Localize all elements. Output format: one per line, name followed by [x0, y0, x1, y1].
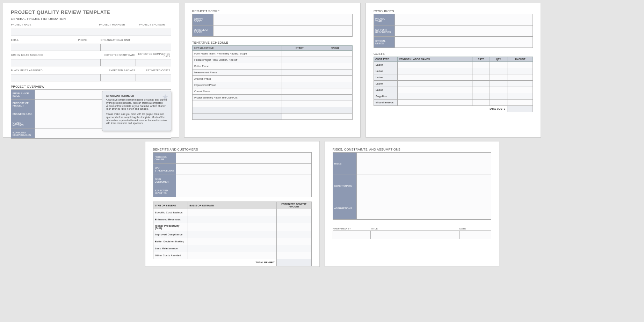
res-val-0[interactable]: [395, 14, 533, 25]
input-black-belts[interactable]: [11, 74, 101, 81]
ben-val-0[interactable]: [176, 153, 311, 164]
sched-finish-2[interactable]: [317, 63, 353, 69]
cost-vendor-1[interactable]: [398, 68, 472, 74]
input-project-sponsor[interactable]: [139, 29, 171, 36]
res-val-1[interactable]: [395, 25, 533, 37]
cost-total-val[interactable]: [507, 106, 533, 112]
ben-val-2[interactable]: [176, 175, 311, 186]
input-phone[interactable]: [78, 44, 101, 51]
sched-start-5[interactable]: [282, 82, 317, 88]
sched-finish-8[interactable]: [317, 101, 353, 107]
cost-rate-6[interactable]: [472, 100, 490, 106]
bg-amt-2[interactable]: [276, 223, 311, 231]
bg-amt-3[interactable]: [276, 231, 311, 238]
bg-basis-0[interactable]: [188, 209, 277, 216]
cost-amt-3[interactable]: [507, 81, 533, 87]
sched-row-10[interactable]: [193, 114, 282, 120]
input-title[interactable]: [371, 231, 460, 239]
sched-finish-6[interactable]: [317, 88, 353, 95]
bg-basis-6[interactable]: [188, 252, 277, 259]
sched-finish-5[interactable]: [317, 82, 353, 88]
bg-basis-1[interactable]: [188, 216, 277, 223]
input-green-belts[interactable]: [11, 59, 101, 66]
cost-amt-2[interactable]: [507, 74, 533, 81]
sched-finish-3[interactable]: [317, 69, 353, 76]
rca-val-1[interactable]: [356, 175, 491, 197]
scope-kv: WITHIN SCOPE OUTSIDE OF SCOPE: [192, 14, 353, 37]
input-org-unit[interactable]: [101, 44, 171, 51]
sched-start-7[interactable]: [282, 95, 317, 101]
cost-rate-5[interactable]: [472, 93, 490, 100]
input-date[interactable]: [459, 231, 491, 239]
cost-qty-5[interactable]: [490, 93, 507, 100]
cost-vendor-2[interactable]: [398, 74, 472, 81]
bg-basis-3[interactable]: [188, 231, 277, 238]
bg-amt-0[interactable]: [276, 209, 311, 216]
cost-qty-3[interactable]: [490, 81, 507, 87]
sched-start-4[interactable]: [282, 76, 317, 82]
sched-start-10[interactable]: [282, 114, 317, 120]
sched-finish-9[interactable]: [317, 107, 353, 114]
ben-val-3[interactable]: [176, 186, 311, 197]
bg-basis-4[interactable]: [188, 238, 277, 245]
sched-finish-1[interactable]: [317, 57, 353, 63]
sched-finish-0[interactable]: [317, 51, 353, 57]
cost-type-0: Labor: [374, 62, 398, 68]
sched-start-3[interactable]: [282, 69, 317, 76]
bg-amt-5[interactable]: [276, 245, 311, 252]
cost-amt-1[interactable]: [507, 68, 533, 74]
scope-val-0[interactable]: [214, 14, 353, 25]
input-est-costs[interactable]: [136, 74, 171, 81]
cost-vendor-6[interactable]: [398, 100, 472, 106]
cost-rate-2[interactable]: [472, 74, 490, 81]
cost-amt-5[interactable]: [507, 93, 533, 100]
sched-start-2[interactable]: [282, 63, 317, 69]
sched-row-9[interactable]: [193, 107, 282, 114]
sched-finish-4[interactable]: [317, 76, 353, 82]
cost-qty-0[interactable]: [490, 62, 507, 68]
cost-rate-1[interactable]: [472, 68, 490, 74]
bg-basis-5[interactable]: [188, 245, 277, 252]
sched-start-9[interactable]: [282, 107, 317, 114]
cost-amt-4[interactable]: [507, 87, 533, 93]
cost-amt-0[interactable]: [507, 62, 533, 68]
sched-finish-10[interactable]: [317, 114, 353, 120]
input-exp-completion[interactable]: [136, 59, 171, 66]
res-val-2[interactable]: [395, 37, 533, 48]
sched-start-6[interactable]: [282, 88, 317, 95]
overview-lbl-3: GOALS / METRICS: [11, 119, 35, 129]
sched-start-0[interactable]: [282, 51, 317, 57]
input-project-name[interactable]: [11, 29, 99, 36]
input-prepared-by[interactable]: [333, 231, 371, 239]
cost-rate-3[interactable]: [472, 81, 490, 87]
sched-start-8[interactable]: [282, 101, 317, 107]
cost-rate-4[interactable]: [472, 87, 490, 93]
scope-val-1[interactable]: [214, 25, 353, 37]
lbl-prepared-by: PREPARED BY: [333, 227, 351, 230]
cost-qty-4[interactable]: [490, 87, 507, 93]
cost-amt-6[interactable]: [507, 100, 533, 106]
input-project-manager[interactable]: [99, 29, 139, 36]
cost-vendor-0[interactable]: [398, 62, 472, 68]
input-email[interactable]: [11, 44, 78, 51]
cost-vendor-3[interactable]: [398, 81, 472, 87]
bg-amt-6[interactable]: [276, 252, 311, 259]
cost-rate-0[interactable]: [472, 62, 490, 68]
bg-basis-2[interactable]: [188, 223, 277, 231]
ben-val-1[interactable]: [176, 164, 311, 175]
cost-vendor-4[interactable]: [398, 87, 472, 93]
bg-amt-4[interactable]: [276, 238, 311, 245]
bg-amt-1[interactable]: [276, 216, 311, 223]
cost-vendor-5[interactable]: [398, 93, 472, 100]
sched-finish-7[interactable]: [317, 95, 353, 101]
cost-qty-6[interactable]: [490, 100, 507, 106]
sched-row-8[interactable]: [193, 101, 282, 107]
rca-val-0[interactable]: [356, 153, 491, 175]
bg-total-val[interactable]: [276, 259, 311, 266]
rca-val-2[interactable]: [356, 197, 491, 220]
cost-qty-1[interactable]: [490, 68, 507, 74]
cost-qty-2[interactable]: [490, 74, 507, 81]
sched-start-1[interactable]: [282, 57, 317, 63]
input-exp-start[interactable]: [101, 59, 136, 66]
input-exp-savings[interactable]: [101, 74, 136, 81]
